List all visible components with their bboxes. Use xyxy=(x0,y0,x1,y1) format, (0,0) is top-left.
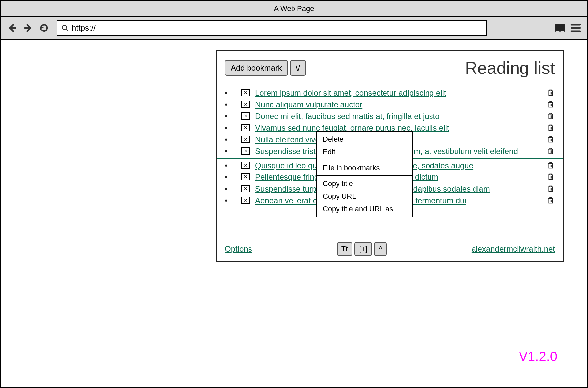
window-title: A Web Page xyxy=(274,4,314,13)
bullet: • xyxy=(225,88,231,98)
reading-list-icon[interactable] xyxy=(554,22,566,34)
panel-footer: Options Tt [+] ^ alexandermcilwraith.net xyxy=(217,237,563,261)
back-icon[interactable] xyxy=(6,22,18,34)
trash-icon[interactable] xyxy=(547,100,555,110)
trash-icon[interactable] xyxy=(547,196,555,206)
remove-icon[interactable]: ✕ xyxy=(241,185,250,192)
bullet: • xyxy=(225,134,231,145)
trash-icon[interactable] xyxy=(547,135,555,145)
reload-icon[interactable] xyxy=(38,22,50,34)
version-label: V1.2.0 xyxy=(519,349,557,364)
trash-icon[interactable] xyxy=(547,172,555,183)
svg-point-2 xyxy=(62,25,67,29)
options-link[interactable]: Options xyxy=(225,244,252,254)
svg-line-3 xyxy=(66,29,68,31)
remove-icon[interactable]: ✕ xyxy=(241,89,250,96)
remove-icon[interactable]: ✕ xyxy=(241,112,250,120)
page-content: Add bookmark \/ Reading list •✕Lorem ips… xyxy=(1,40,587,387)
footer-button-group: Tt [+] ^ xyxy=(252,242,472,256)
context-menu-item[interactable]: File in bookmarks xyxy=(317,162,412,174)
window-titlebar: A Web Page xyxy=(1,1,587,17)
bookmark-link[interactable]: Donec mi elit, faucibus sed mattis at, f… xyxy=(255,111,543,121)
trash-icon[interactable] xyxy=(547,123,555,134)
site-link[interactable]: alexandermcilwraith.net xyxy=(472,244,555,254)
bookmark-link[interactable]: Lorem ipsum dolor sit amet, consectetur … xyxy=(255,88,543,98)
bullet: • xyxy=(225,172,231,182)
context-menu-item[interactable]: Copy title xyxy=(317,177,412,190)
url-bar[interactable]: https:// xyxy=(57,20,487,36)
context-menu-group-3: Copy titleCopy URLCopy title and URL as xyxy=(317,176,412,217)
trash-icon[interactable] xyxy=(547,88,555,99)
trash-icon[interactable] xyxy=(547,161,555,171)
bullet: • xyxy=(225,111,231,121)
remove-icon[interactable]: ✕ xyxy=(241,124,250,131)
bookmark-link[interactable]: Nunc aliquam vulputate auctor xyxy=(255,99,543,110)
context-menu-group-2: File in bookmarks xyxy=(317,160,412,175)
context-menu-item[interactable]: Edit xyxy=(317,146,412,158)
list-item: •✕Nunc aliquam vulputate auctor xyxy=(225,99,555,110)
remove-icon[interactable]: ✕ xyxy=(241,136,250,143)
remove-icon[interactable]: ✕ xyxy=(241,162,250,169)
remove-icon[interactable]: ✕ xyxy=(241,101,250,108)
bullet: • xyxy=(225,123,231,133)
search-icon xyxy=(61,24,68,32)
list-item: •✕Lorem ipsum dolor sit amet, consectetu… xyxy=(225,88,555,99)
panel-header-buttons: Add bookmark \/ xyxy=(225,60,306,76)
bullet: • xyxy=(225,99,231,110)
panel-title: Reading list xyxy=(465,58,555,78)
collapse-toggle-button[interactable]: \/ xyxy=(290,60,306,76)
list-item: •✕Donec mi elit, faucibus sed mattis at,… xyxy=(225,111,555,122)
bullet: • xyxy=(225,146,231,156)
remove-icon[interactable]: ✕ xyxy=(241,173,250,180)
bullet: • xyxy=(225,184,231,194)
context-menu-item[interactable]: Copy title and URL as xyxy=(317,203,412,215)
remove-icon[interactable]: ✕ xyxy=(241,197,250,204)
trash-icon[interactable] xyxy=(547,147,555,157)
context-menu-item[interactable]: Copy URL xyxy=(317,190,412,203)
panel-header: Add bookmark \/ Reading list xyxy=(217,51,563,81)
expand-all-button[interactable]: [+] xyxy=(354,242,372,256)
url-text: https:// xyxy=(72,24,96,33)
context-menu-item[interactable]: Delete xyxy=(317,133,412,146)
scroll-top-button[interactable]: ^ xyxy=(374,242,386,256)
trash-icon[interactable] xyxy=(547,112,555,122)
hamburger-menu-icon[interactable] xyxy=(570,22,582,34)
bullet: • xyxy=(225,195,231,206)
add-bookmark-button[interactable]: Add bookmark xyxy=(225,60,288,76)
text-style-button[interactable]: Tt xyxy=(337,242,353,256)
remove-icon[interactable]: ✕ xyxy=(241,147,250,155)
context-menu-group-1: DeleteEdit xyxy=(317,132,412,160)
browser-toolbar: https:// xyxy=(1,17,587,40)
context-menu: DeleteEdit File in bookmarks Copy titleC… xyxy=(316,131,413,217)
browser-window: A Web Page https:// Add bookmark xyxy=(0,0,588,388)
trash-icon[interactable] xyxy=(547,184,555,195)
forward-icon[interactable] xyxy=(22,22,34,34)
bullet: • xyxy=(225,160,231,170)
